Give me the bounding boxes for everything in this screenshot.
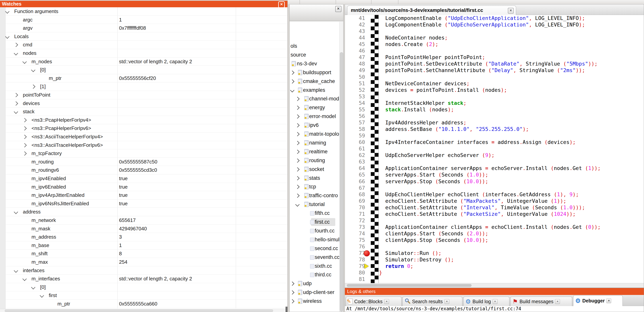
- code-line-71[interactable]: 71 echoClient.SetAttribute ("PacketSize"…: [345, 211, 644, 217]
- breakpoint-icon[interactable]: [364, 250, 370, 256]
- code-line-64[interactable]: 64 ApplicationContainer serverApps = ech…: [345, 165, 644, 171]
- line-number[interactable]: 78: [348, 256, 365, 263]
- line-number[interactable]: 69: [348, 198, 365, 204]
- line-number[interactable]: 67: [348, 185, 365, 191]
- line-number[interactable]: 68: [348, 191, 365, 198]
- expand-arrow-icon[interactable]: [295, 185, 300, 189]
- line-number[interactable]: 55: [348, 106, 365, 113]
- close-icon[interactable]: ×: [335, 6, 342, 12]
- expand-arrow-icon[interactable]: [22, 135, 27, 139]
- tree-item-naming[interactable]: naming: [290, 139, 340, 147]
- expand-arrow-icon[interactable]: [295, 123, 300, 128]
- code-line-68[interactable]: 68 UdpEchoClientHelper echoClient (inter…: [345, 191, 644, 198]
- line-number[interactable]: 49: [348, 67, 365, 74]
- watch-row-m-network[interactable]: m_network655617: [0, 216, 288, 225]
- tree-item-routing[interactable]: routing: [290, 156, 340, 165]
- scrollbar-thumb[interactable]: [347, 284, 472, 287]
- expand-arrow-icon[interactable]: [295, 106, 300, 110]
- expand-arrow-icon[interactable]: [290, 290, 294, 295]
- line-number[interactable]: 53: [348, 93, 365, 100]
- logs-titlebar[interactable]: Logs & others: [345, 288, 644, 295]
- watch-row-m-ipv6nsrsjitterenabled[interactable]: m_ipv6NsRsJitterEnabledtrue: [0, 199, 288, 208]
- line-number[interactable]: 50: [348, 74, 365, 80]
- code-line-43[interactable]: 43: [345, 28, 644, 34]
- line-number[interactable]: 59: [348, 133, 365, 139]
- watch-row-stack[interactable]: stack: [0, 108, 288, 116]
- tree-item-hello-simul[interactable]: hello-simul: [290, 235, 340, 244]
- code-line-41[interactable]: 41 LogComponentEnable ("UdpEchoClientApp…: [345, 15, 644, 21]
- code-line-58[interactable]: 58 address.SetBase ("10.1.1.0", "255.255…: [345, 126, 644, 133]
- tree-item-ns-3-dev[interactable]: ns-3-dev: [290, 59, 340, 68]
- expand-arrow-icon[interactable]: [295, 114, 300, 119]
- tree-item-traffic-contro[interactable]: traffic-contro: [290, 191, 340, 200]
- watch-row-m-address[interactable]: m_address3: [0, 233, 288, 241]
- code-line-61[interactable]: 61: [345, 146, 644, 152]
- code-line-72[interactable]: 72: [345, 217, 644, 224]
- watch-row-1[interactable]: [1]: [0, 82, 288, 91]
- watch-row-argc[interactable]: argc1: [0, 16, 288, 24]
- code-line-79[interactable]: 79 return 0;: [345, 263, 644, 270]
- watch-row-0[interactable]: [0]: [0, 283, 288, 292]
- tree-item-wireless[interactable]: wireless: [290, 297, 340, 306]
- expand-arrow-icon[interactable]: [295, 158, 300, 163]
- expand-arrow-icon[interactable]: [295, 97, 300, 101]
- watch-row-nodes[interactable]: nodes: [0, 49, 288, 57]
- watch-row-interfaces[interactable]: interfaces: [0, 266, 288, 275]
- resize-grip[interactable]: [286, 307, 288, 312]
- watch-row-0[interactable]: [0]: [0, 66, 288, 74]
- code-line-50[interactable]: 50: [345, 74, 644, 80]
- watch-row-m-ipv4enabled[interactable]: m_ipv4Enabledtrue: [0, 174, 288, 183]
- watch-row-first[interactable]: first: [0, 291, 288, 300]
- collapse-arrow-icon[interactable]: [290, 88, 294, 92]
- code-line-51[interactable]: 51 NetDeviceContainer devices;: [345, 80, 644, 87]
- close-icon[interactable]: ×: [555, 299, 560, 304]
- code-line-44[interactable]: 44 NodeContainer nodes;: [345, 34, 644, 41]
- watches-titlebar[interactable]: Watches ×: [0, 1, 288, 7]
- collapse-arrow-icon[interactable]: [31, 285, 36, 289]
- close-icon[interactable]: ×: [278, 1, 285, 8]
- expand-arrow-icon[interactable]: [295, 150, 300, 154]
- tree-item-energy[interactable]: energy: [290, 103, 340, 112]
- watch-row-function-arguments[interactable]: Function arguments: [0, 7, 288, 16]
- line-number[interactable]: 43: [348, 28, 365, 34]
- watch-row-ns3-asciitracehelperforipv6[interactable]: <ns3::AsciiTraceHelperForIpv6>: [0, 141, 288, 150]
- code-line-46[interactable]: 46: [345, 47, 644, 54]
- scrollbar-thumb[interactable]: [340, 52, 343, 312]
- watch-row-devices[interactable]: devices: [0, 99, 288, 108]
- tree-item-first-cc[interactable]: first.cc: [290, 218, 340, 226]
- close-icon[interactable]: ×: [384, 299, 389, 304]
- expand-arrow-icon[interactable]: [31, 85, 36, 89]
- collapse-arrow-icon[interactable]: [31, 68, 36, 72]
- code-line-55[interactable]: 55 stack.Install (nodes);: [345, 106, 644, 113]
- expand-arrow-icon[interactable]: [14, 101, 18, 106]
- collapse-arrow-icon[interactable]: [22, 277, 27, 281]
- line-number[interactable]: 60: [348, 139, 365, 146]
- watch-row-address[interactable]: address: [0, 208, 288, 216]
- tree-item-ipv6[interactable]: ipv6: [290, 121, 340, 130]
- watch-row-m-ptr[interactable]: m_ptr0x55555556cf20: [0, 74, 288, 83]
- log-tab-build-messages[interactable]: ⚑Build messages×: [510, 297, 572, 306]
- tree-item-error-model[interactable]: error-model: [290, 112, 340, 121]
- code-line-49[interactable]: 49 pointToPoint.SetChannelAttribute ("De…: [345, 67, 644, 74]
- code-line-42[interactable]: 42 LogComponentEnable ("UdpEchoServerApp…: [345, 21, 644, 28]
- editor-tab-first-cc[interactable]: mnt/dev/tools/source/ns-3-dev/examples/t…: [347, 5, 516, 15]
- line-number[interactable]: 75: [348, 237, 365, 243]
- line-number[interactable]: 80: [348, 270, 365, 276]
- tree-item-socket[interactable]: socket: [290, 165, 340, 174]
- line-number[interactable]: 54: [348, 100, 365, 106]
- watch-row-m-ipv4arpjitterenabled[interactable]: m_ipv4ArpJitterEnabledtrue: [0, 191, 288, 199]
- line-number[interactable]: 44: [348, 34, 365, 41]
- expand-arrow-icon[interactable]: [22, 152, 27, 156]
- line-number[interactable]: 58: [348, 126, 365, 133]
- tree-item-examples[interactable]: examples: [290, 86, 340, 95]
- log-tab-build-log[interactable]: ⚙Build log×: [463, 297, 510, 306]
- line-number[interactable]: 70: [348, 204, 365, 211]
- line-number[interactable]: 66: [348, 178, 365, 185]
- collapse-arrow-icon[interactable]: [14, 268, 18, 273]
- close-icon[interactable]: ×: [493, 299, 498, 304]
- line-number[interactable]: 41: [348, 15, 365, 21]
- scrollbar-thumb[interactable]: [5, 310, 273, 312]
- watch-row-m-shift[interactable]: m_shift8: [0, 250, 288, 258]
- code-line-63[interactable]: 63: [345, 158, 644, 165]
- expand-arrow-icon[interactable]: [22, 126, 27, 131]
